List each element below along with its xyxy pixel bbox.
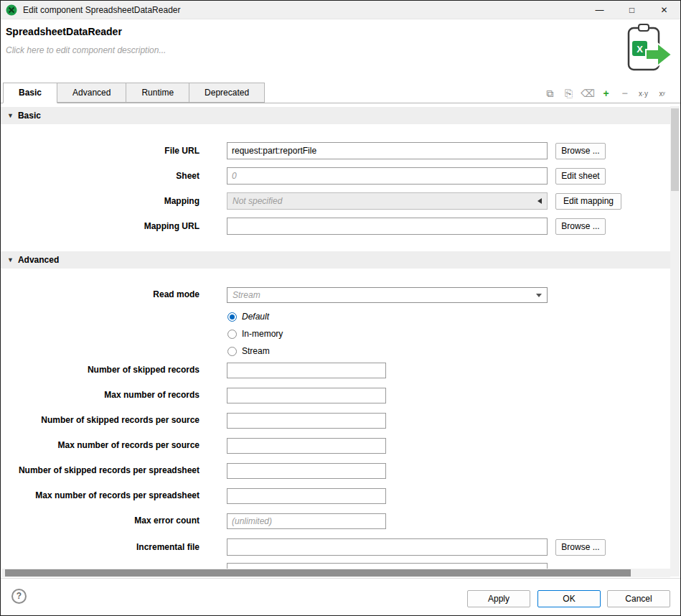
max-error-count-input[interactable] bbox=[227, 513, 386, 529]
cancel-button[interactable]: Cancel bbox=[607, 590, 670, 607]
radio-label: Stream bbox=[242, 346, 270, 356]
number-of-skipped-records-per-source-input[interactable] bbox=[227, 413, 386, 429]
section-header-basic[interactable]: ▼ Basic bbox=[1, 107, 670, 124]
section-title: Basic bbox=[18, 111, 41, 121]
component-name: SpreadsheetDataReader bbox=[6, 26, 122, 37]
number-of-skipped-records-per-spreadsheet-input[interactable] bbox=[227, 463, 386, 479]
radio-option-in-memory[interactable]: In-memory bbox=[227, 325, 283, 342]
mapping-expand-icon[interactable] bbox=[537, 198, 542, 204]
read-mode-value: Stream bbox=[233, 290, 260, 300]
xy-formula-icon[interactable]: xʸ bbox=[655, 90, 669, 98]
number-fields: Number of skipped recordsMax number of r… bbox=[1, 363, 670, 538]
field-label: Sheet bbox=[1, 167, 199, 185]
mapping-url-input[interactable] bbox=[227, 218, 548, 235]
form-row: Number of skipped records bbox=[1, 363, 670, 388]
titlebar[interactable]: Edit component SpreadsheetDataReader — □… bbox=[1, 1, 680, 19]
radio-label: Default bbox=[242, 312, 269, 322]
vertical-scrollbar[interactable] bbox=[670, 106, 680, 577]
sheet-input[interactable] bbox=[227, 167, 548, 185]
tab-bar: BasicAdvancedRuntimeDeprecated bbox=[3, 83, 265, 103]
close-button[interactable]: ✕ bbox=[648, 1, 680, 19]
field-label: Max error count bbox=[1, 515, 199, 526]
field-label: Incremental file bbox=[1, 538, 199, 556]
apply-button[interactable]: Apply bbox=[467, 590, 530, 607]
field-label: Number of skipped records per spreadshee… bbox=[1, 465, 199, 475]
help-button[interactable]: ? bbox=[11, 589, 27, 604]
tab-basic[interactable]: Basic bbox=[3, 83, 57, 103]
mapping-value: Not specified bbox=[233, 196, 282, 206]
copy-icon[interactable]: ⧉ bbox=[543, 88, 557, 100]
read-mode-combo[interactable]: Stream bbox=[227, 287, 548, 303]
component-description-placeholder[interactable]: Click here to edit component description… bbox=[6, 45, 166, 55]
minimize-button[interactable]: — bbox=[583, 1, 616, 19]
max-number-of-records-per-spreadsheet-input[interactable] bbox=[227, 488, 386, 504]
edit-sheet-button[interactable]: Edit sheet bbox=[555, 168, 606, 185]
mapping-field[interactable]: Not specified bbox=[227, 192, 548, 210]
vertical-scrollbar-thumb[interactable] bbox=[671, 108, 679, 191]
spreadsheet-reader-icon: X bbox=[614, 23, 675, 78]
maximize-button[interactable]: □ bbox=[616, 1, 648, 19]
toolbar: ⧉⎘⌫+−x∙yxʸ bbox=[543, 84, 669, 103]
collapse-arrow-icon[interactable]: ▼ bbox=[7, 112, 14, 119]
form-row: Max error count bbox=[1, 513, 670, 538]
radio-unselected-icon[interactable] bbox=[227, 330, 237, 339]
form-row: Number of skipped records per source bbox=[1, 413, 670, 438]
radio-unselected-icon[interactable] bbox=[227, 347, 237, 356]
component-header: SpreadsheetDataReader Click here to edit… bbox=[1, 19, 680, 83]
max-number-of-records-input[interactable] bbox=[227, 388, 386, 403]
field-label: Read mode bbox=[1, 286, 199, 302]
file-url-input[interactable] bbox=[227, 142, 548, 159]
ok-button[interactable]: OK bbox=[537, 590, 601, 607]
incremental-file-browse-button[interactable]: Browse ... bbox=[555, 539, 606, 556]
tabbar-divider bbox=[1, 103, 680, 103]
form-row: Max number of records per source bbox=[1, 438, 670, 463]
form-row: Number of skipped records per spreadshee… bbox=[1, 463, 670, 488]
radio-option-default[interactable]: Default bbox=[227, 308, 283, 325]
remove-icon[interactable]: − bbox=[618, 88, 631, 99]
incremental-file-input[interactable] bbox=[227, 538, 548, 556]
add-icon[interactable]: + bbox=[599, 88, 613, 99]
field-label: Number of skipped records per source bbox=[1, 415, 199, 425]
clear-icon[interactable]: ⌫ bbox=[581, 88, 594, 99]
form-row: Max number of records bbox=[1, 388, 670, 413]
max-number-of-records-per-source-input[interactable] bbox=[227, 438, 386, 454]
field-label: Max number of records per source bbox=[1, 440, 199, 450]
tab-deprecated[interactable]: Deprecated bbox=[189, 83, 265, 103]
field-label: Max number of records per spreadsheet bbox=[1, 490, 199, 500]
window-title: Edit component SpreadsheetDataReader bbox=[23, 5, 180, 15]
radio-label: In-memory bbox=[242, 329, 283, 339]
xy-values-icon[interactable]: x∙y bbox=[637, 90, 650, 98]
section-header-advanced[interactable]: ▼ Advanced bbox=[1, 251, 670, 269]
component-icon bbox=[6, 4, 17, 16]
horizontal-scrollbar-thumb[interactable] bbox=[5, 569, 631, 577]
number-of-skipped-records-input[interactable] bbox=[227, 363, 386, 378]
section-title: Advanced bbox=[18, 255, 59, 265]
paste-icon[interactable]: ⎘ bbox=[562, 88, 576, 100]
radio-selected-icon[interactable] bbox=[227, 312, 237, 322]
edit-mapping-button[interactable]: Edit mapping bbox=[555, 193, 621, 210]
field-label: Mapping bbox=[1, 192, 199, 210]
window-controls: — □ ✕ bbox=[583, 1, 680, 19]
file-url-browse-button[interactable]: Browse ... bbox=[555, 143, 606, 159]
field-label: Mapping URL bbox=[1, 218, 199, 235]
field-label: Number of skipped records bbox=[1, 365, 199, 375]
form-row: Max number of records per spreadsheet bbox=[1, 488, 670, 513]
edit-component-dialog: Edit component SpreadsheetDataReader — □… bbox=[0, 0, 681, 616]
mapping-url-browse-button[interactable]: Browse ... bbox=[555, 218, 606, 235]
svg-text:X: X bbox=[637, 44, 643, 55]
read-mode-options: DefaultIn-memoryStream bbox=[227, 308, 283, 360]
dialog-footer: ? Apply OK Cancel bbox=[1, 578, 680, 615]
horizontal-scrollbar[interactable] bbox=[1, 569, 670, 577]
chevron-down-icon[interactable] bbox=[536, 294, 542, 297]
tab-runtime[interactable]: Runtime bbox=[126, 83, 189, 103]
field-label: Max number of records bbox=[1, 390, 199, 400]
field-label: File URL bbox=[1, 142, 199, 159]
collapse-arrow-icon[interactable]: ▼ bbox=[7, 256, 14, 263]
tab-advanced[interactable]: Advanced bbox=[57, 83, 126, 103]
radio-option-stream[interactable]: Stream bbox=[227, 342, 283, 360]
